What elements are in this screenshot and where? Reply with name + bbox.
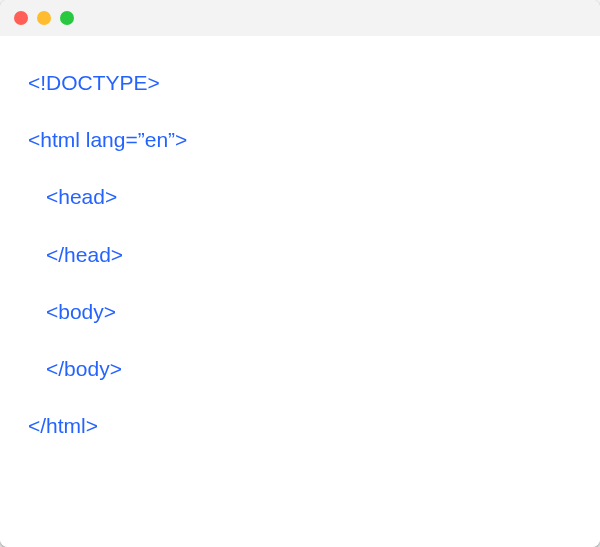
code-line: </head> — [28, 242, 572, 267]
close-icon[interactable] — [14, 11, 28, 25]
code-line: </html> — [28, 413, 572, 438]
window-titlebar — [0, 0, 600, 36]
code-line: <body> — [28, 299, 572, 324]
maximize-icon[interactable] — [60, 11, 74, 25]
minimize-icon[interactable] — [37, 11, 51, 25]
code-line: </body> — [28, 356, 572, 381]
code-area: <!DOCTYPE> <html lang=”en”> <head> </hea… — [0, 36, 600, 547]
code-line: <!DOCTYPE> — [28, 70, 572, 95]
code-line: <head> — [28, 184, 572, 209]
editor-window: <!DOCTYPE> <html lang=”en”> <head> </hea… — [0, 0, 600, 547]
code-line: <html lang=”en”> — [28, 127, 572, 152]
